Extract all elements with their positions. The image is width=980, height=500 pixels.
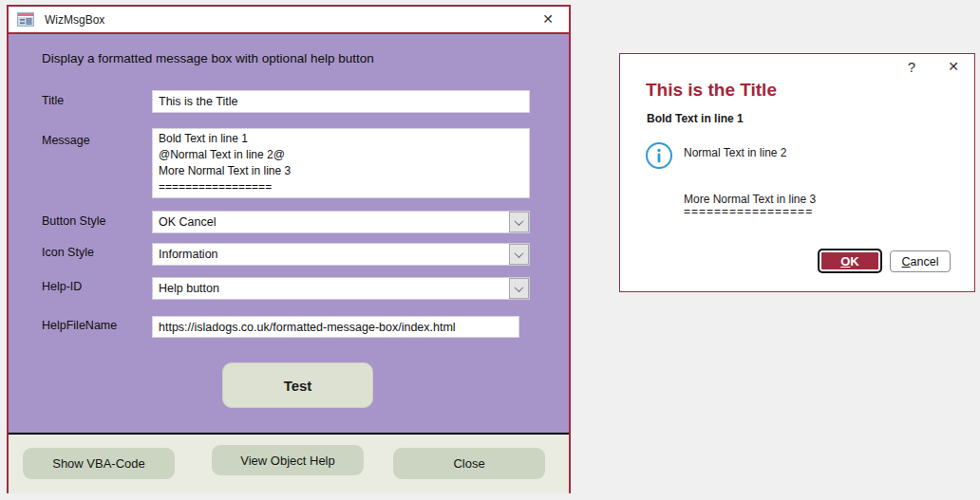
button-style-dropdown-button[interactable] <box>509 212 529 232</box>
dialog-normal-line: Normal Text in line 2 <box>684 146 787 159</box>
icon-style-dropdown-button[interactable] <box>509 244 529 265</box>
help-id-label: Help-ID <box>42 280 82 293</box>
form-body: Display a formatted message box with opt… <box>9 34 569 433</box>
ok-button[interactable]: OK <box>818 249 882 273</box>
form-icon <box>17 12 34 27</box>
icon-style-value: Information <box>153 244 509 265</box>
help-id-dropdown-button[interactable] <box>509 278 529 299</box>
message-box-dialog: ? ✕ This is the Title Bold Text in line … <box>619 53 975 292</box>
chevron-down-icon <box>515 283 524 292</box>
dialog-equals-line: ================= <box>684 205 813 218</box>
message-input[interactable] <box>152 128 530 198</box>
help-file-name-label: HelpFileName <box>42 319 117 332</box>
show-vba-code-button[interactable]: Show VBA-Code <box>23 448 175 479</box>
help-id-value: Help button <box>153 278 509 299</box>
window-title: WizMsgBox <box>45 13 104 27</box>
view-object-help-button[interactable]: View Object Help <box>212 445 364 475</box>
dialog-close-icon[interactable]: ✕ <box>948 59 959 74</box>
chevron-down-icon <box>515 216 524 226</box>
footer-bar: Show VBA-Code View Object Help Close <box>9 435 569 493</box>
window-close-icon[interactable]: ✕ <box>542 11 554 27</box>
chevron-down-icon <box>515 249 524 258</box>
button-style-combobox[interactable]: OK Cancel <box>152 211 530 233</box>
title-input[interactable] <box>152 90 530 113</box>
dialog-more-line: More Normal Text in line 3 <box>684 193 816 206</box>
title-label: Title <box>42 94 64 107</box>
dialog-help-icon[interactable]: ? <box>908 59 915 75</box>
help-id-combobox[interactable]: Help button <box>152 277 530 300</box>
dialog-title: This is the Title <box>646 80 777 101</box>
icon-style-combobox[interactable]: Information <box>152 243 530 266</box>
cancel-button[interactable]: Cancel <box>890 250 951 272</box>
message-label: Message <box>42 134 90 147</box>
wizmsgbox-window: WizMsgBox ✕ Display a formatted message … <box>7 5 571 493</box>
information-icon <box>645 141 673 170</box>
button-style-value: OK Cancel <box>153 212 509 232</box>
dialog-bold-line: Bold Text in line 1 <box>647 112 744 125</box>
help-file-name-input[interactable] <box>152 316 519 338</box>
button-style-label: Button Style <box>42 214 105 228</box>
window-titlebar: WizMsgBox ✕ <box>9 7 569 32</box>
icon-style-label: Icon Style <box>42 246 94 259</box>
form-heading: Display a formatted message box with opt… <box>42 51 374 65</box>
close-button[interactable]: Close <box>393 448 545 479</box>
test-button[interactable]: Test <box>222 362 373 408</box>
